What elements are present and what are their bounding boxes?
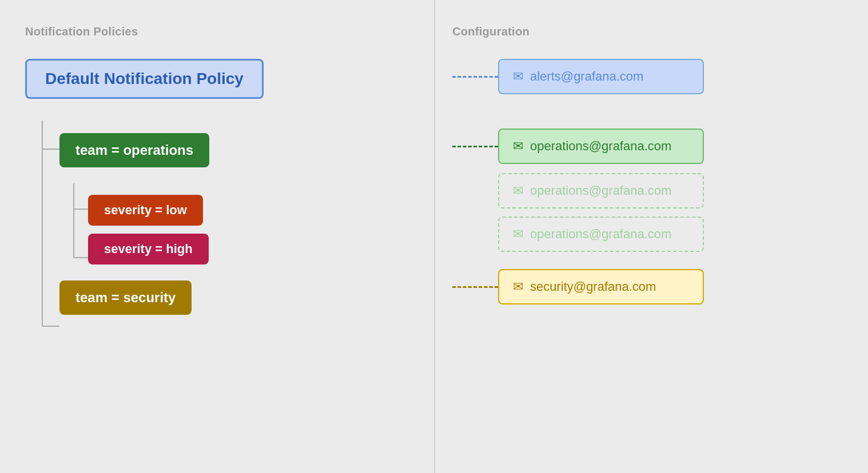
config-default-box: ✉ alerts@grafana.com bbox=[498, 59, 704, 94]
security-box[interactable]: team = security bbox=[59, 280, 192, 315]
config-security-box: ✉ security@grafana.com bbox=[498, 269, 704, 304]
right-panel: Configuration ✉ alerts@grafana.com ✉ ope… bbox=[434, 0, 868, 473]
left-panel: Notification Policies Default Notificati… bbox=[0, 0, 434, 473]
mail-icon-inherited1: ✉ bbox=[513, 183, 523, 198]
mail-icon-inherited2: ✉ bbox=[513, 227, 523, 242]
mail-icon-security: ✉ bbox=[513, 279, 523, 294]
mail-icon-default: ✉ bbox=[513, 69, 523, 84]
main-layout: Notification Policies Default Notificati… bbox=[0, 0, 868, 473]
config-operations-inherited2-box: ✉ operations@grafana.com bbox=[498, 217, 704, 252]
operations-box[interactable]: team = operations bbox=[59, 133, 209, 167]
mail-icon-operations: ✉ bbox=[513, 139, 523, 154]
severity-high-box[interactable]: severity = high bbox=[88, 234, 209, 264]
config-operations-inherited1-box: ✉ operations@grafana.com bbox=[498, 173, 704, 209]
left-panel-title: Notification Policies bbox=[25, 25, 417, 38]
right-panel-title: Configuration bbox=[452, 25, 843, 38]
config-operations-box: ✉ operations@grafana.com bbox=[498, 129, 704, 164]
severity-low-box[interactable]: severity = low bbox=[88, 195, 203, 226]
default-policy-box[interactable]: Default Notification Policy bbox=[25, 59, 264, 99]
